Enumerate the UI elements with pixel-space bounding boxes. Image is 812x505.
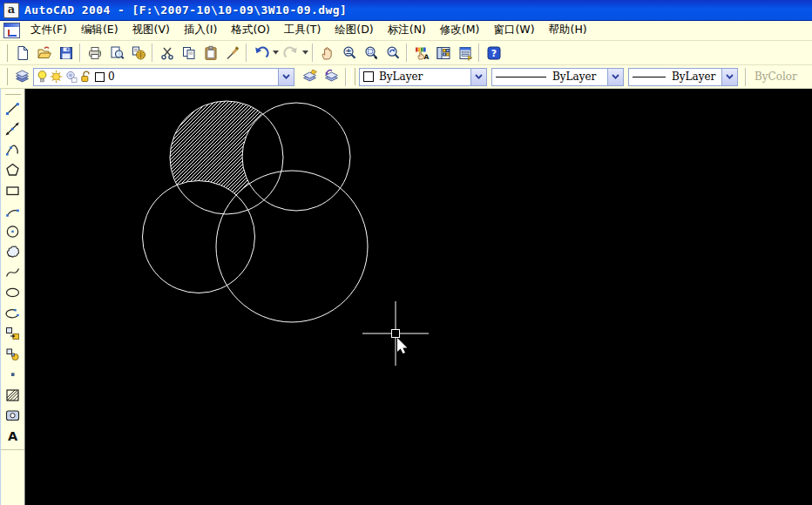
ellipse-tool-button[interactable]	[1, 283, 24, 304]
make-block-icon	[4, 347, 21, 362]
copy-pages-icon	[181, 45, 197, 61]
redo-button	[280, 42, 301, 64]
insert-block-tool-button[interactable]	[1, 324, 24, 345]
cut-button[interactable]	[156, 42, 178, 64]
toolbar-separator	[152, 44, 153, 62]
zoom-realtime-button[interactable]: ±	[338, 42, 360, 64]
plot-preview-button[interactable]	[105, 42, 127, 64]
help-icon: ?	[486, 45, 502, 61]
menu-item-8[interactable]: 修改(M)	[433, 20, 487, 41]
menu-item-4[interactable]: 格式(O)	[224, 20, 277, 41]
toolbar-grip[interactable]	[5, 91, 21, 95]
svg-text:A: A	[8, 429, 18, 443]
layer-combo[interactable]: 0	[33, 68, 294, 86]
autocad-window: a AutoCAD 2004 - [F:\2007-10\10-09\3W10-…	[0, 0, 812, 505]
make-block-tool-button[interactable]	[1, 344, 24, 365]
new-button[interactable]	[11, 42, 33, 64]
help-button[interactable]: ?	[483, 42, 504, 64]
match-properties-button[interactable]	[221, 42, 243, 64]
autocad-app-icon[interactable]: a	[3, 3, 19, 18]
menu-item-1[interactable]: 编辑(E)	[74, 20, 125, 41]
spline-tool-button[interactable]	[1, 262, 24, 283]
arc-tool-button[interactable]	[1, 201, 24, 222]
layers-stack-icon	[14, 69, 30, 84]
save-floppy-icon	[58, 45, 74, 61]
menu-item-5[interactable]: 工具(T)	[277, 20, 328, 41]
linetype-control-combo[interactable]: ByLayer	[491, 68, 624, 86]
construction-line-icon	[4, 121, 21, 137]
circle-tool-button[interactable]	[1, 221, 24, 242]
clipboard-icon	[203, 45, 219, 61]
lineweight-combo-dropdown-button[interactable]	[721, 69, 737, 85]
color-control-combo[interactable]: ByLayer	[359, 68, 487, 86]
menu-item-3[interactable]: 插入(I)	[177, 20, 224, 41]
zoom-previous-icon	[385, 45, 401, 61]
ellipse-arc-tool-button[interactable]	[1, 303, 24, 324]
publish-button[interactable]	[127, 42, 149, 64]
construction-line-tool-button[interactable]	[1, 119, 24, 140]
lineweight-control-value: ByLayer	[669, 71, 718, 83]
toolbar-grip[interactable]	[351, 68, 355, 85]
new-file-icon	[15, 45, 30, 61]
drawing-canvas[interactable]	[25, 89, 812, 505]
sun-thaw-icon[interactable]	[50, 70, 63, 84]
tool-palettes-button[interactable]	[454, 42, 476, 64]
copy-button[interactable]	[178, 42, 200, 64]
region-tool-button[interactable]	[1, 406, 24, 427]
layer-combo-dropdown-button[interactable]	[278, 69, 294, 85]
toolbar-grip[interactable]	[3, 44, 8, 62]
make-object-layer-current-button[interactable]	[299, 66, 321, 88]
hatch-tool-button[interactable]	[1, 385, 24, 406]
object-properties-toolbar: 0 ByLayer ByLayer ByLayer	[0, 65, 812, 89]
color-control-value: ByLayer	[376, 71, 425, 83]
model-space[interactable]	[25, 89, 811, 505]
point-tool-button[interactable]	[1, 365, 24, 386]
plot-button[interactable]	[84, 42, 105, 64]
undo-button[interactable]	[250, 42, 272, 64]
designcenter-button[interactable]	[432, 42, 454, 64]
menu-item-0[interactable]: 文件(F)	[24, 20, 74, 41]
freeze-viewport-icon[interactable]	[64, 70, 78, 84]
pan-hand-icon	[320, 45, 335, 61]
hatch-entity[interactable]	[170, 101, 283, 214]
multiline-text-tool-button[interactable]: A	[1, 426, 24, 447]
line-tool-button[interactable]	[1, 98, 24, 119]
lineweight-control-combo[interactable]: ByLayer	[628, 68, 738, 86]
toolbar-separator	[312, 44, 314, 62]
polygon-tool-button[interactable]	[1, 160, 24, 181]
zoom-window-button[interactable]	[360, 42, 382, 64]
standard-toolbar: ±A?	[0, 41, 812, 65]
rectangle-tool-button[interactable]	[1, 180, 24, 201]
toolbar-separator	[345, 68, 347, 86]
zoom-previous-button[interactable]	[382, 42, 403, 64]
layer-properties-manager-button[interactable]	[11, 66, 33, 88]
hatch-icon	[4, 387, 21, 403]
insert-block-icon	[4, 326, 21, 341]
properties-button[interactable]: A	[410, 42, 432, 64]
bulb-on-icon[interactable]	[37, 70, 48, 84]
save-button[interactable]	[55, 42, 77, 64]
paste-button[interactable]	[200, 42, 221, 64]
lock-open-icon[interactable]	[79, 70, 92, 84]
point-icon	[4, 367, 21, 382]
color-combo-dropdown-button[interactable]	[470, 69, 486, 85]
menu-item-7[interactable]: 标注(N)	[381, 20, 433, 41]
undo-dropdown-arrow[interactable]	[272, 43, 280, 63]
toolbar-separator	[745, 68, 747, 86]
menu-item-6[interactable]: 绘图(D)	[328, 20, 380, 41]
menu-item-2[interactable]: 视图(V)	[125, 20, 177, 41]
svg-text:?: ?	[491, 48, 496, 59]
dwg-document-icon[interactable]	[3, 23, 20, 38]
titlebar[interactable]: a AutoCAD 2004 - [F:\2007-10\10-09\3W10-…	[0, 0, 812, 21]
layer-previous-button[interactable]	[321, 66, 342, 88]
linetype-combo-dropdown-button[interactable]	[607, 69, 623, 85]
color-swatch-white-icon[interactable]	[94, 71, 105, 83]
revision-cloud-tool-button[interactable]	[1, 242, 24, 263]
open-button[interactable]	[33, 42, 55, 64]
region-icon	[4, 407, 21, 423]
polyline-tool-button[interactable]	[1, 139, 24, 160]
menu-item-9[interactable]: 窗口(W)	[486, 20, 541, 41]
toolbar-grip[interactable]	[3, 68, 8, 85]
menu-item-10[interactable]: 帮助(H)	[542, 20, 594, 41]
pan-button[interactable]	[316, 42, 338, 64]
